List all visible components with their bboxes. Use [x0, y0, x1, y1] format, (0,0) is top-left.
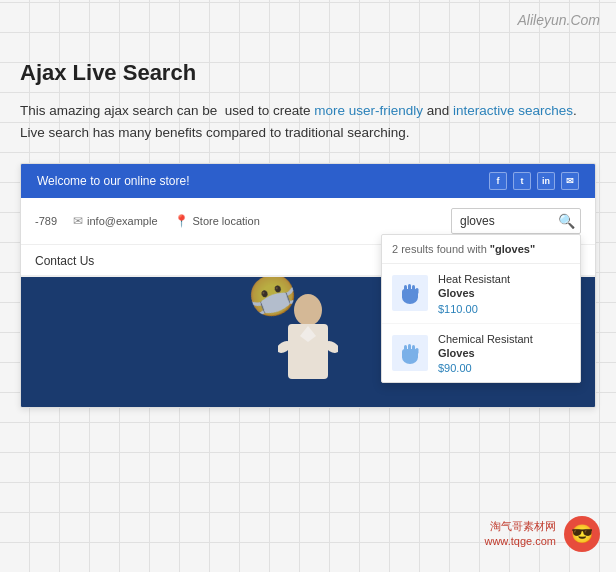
- watermark-top: Alileyun.Com: [518, 12, 600, 28]
- email-icon: ✉: [73, 214, 83, 228]
- result-image-2: [392, 335, 428, 371]
- result-info-2: Chemical Resistant Gloves $90.00: [438, 332, 533, 375]
- watermark-logo: 😎: [564, 516, 600, 552]
- product-name-1: Heat Resistant Gloves: [438, 272, 510, 301]
- result-info-1: Heat Resistant Gloves $110.00: [438, 272, 510, 315]
- svg-rect-5: [416, 288, 419, 294]
- search-query: "gloves": [490, 243, 535, 255]
- svg-rect-4: [412, 285, 415, 292]
- svg-rect-2: [404, 285, 407, 293]
- search-results-dropdown: 2 results found with "gloves": [381, 234, 581, 383]
- product-price-1: $110.00: [438, 303, 510, 315]
- watermark-site-name: 淘气哥素材网: [484, 519, 556, 534]
- email-info: ✉ info@example: [73, 214, 157, 228]
- page-description: This amazing ajax search can be used to …: [20, 100, 596, 143]
- svg-rect-8: [404, 345, 407, 353]
- demo-container: Welcome to our online store! f t in ✉ -7…: [20, 163, 596, 408]
- result-item-1[interactable]: Heat Resistant Gloves $110.00: [382, 264, 580, 324]
- results-header: 2 results found with "gloves": [382, 235, 580, 264]
- product-name-bold-1: Gloves: [438, 287, 475, 299]
- twitter-icon[interactable]: t: [513, 172, 531, 190]
- nav-contact-us[interactable]: Contact Us: [35, 254, 94, 268]
- page-wrapper: Alileyun.Com Ajax Live Search This amazi…: [0, 0, 616, 572]
- location-icon: 📍: [174, 214, 189, 228]
- glove-icon-1: [396, 279, 424, 307]
- store-topbar: Welcome to our online store! f t in ✉: [21, 164, 595, 198]
- linkedin-icon[interactable]: in: [537, 172, 555, 190]
- bottom-watermark: 淘气哥素材网 www.tqge.com 😎: [484, 516, 600, 552]
- location-info: 📍 Store location: [174, 214, 260, 228]
- mail-icon[interactable]: ✉: [561, 172, 579, 190]
- search-button[interactable]: 🔍: [558, 213, 575, 229]
- welcome-text: Welcome to our online store!: [37, 174, 190, 188]
- svg-rect-3: [408, 284, 411, 292]
- header-left: -789 ✉ info@example 📍 Store location: [35, 214, 441, 228]
- search-box: 🔍: [451, 208, 581, 234]
- watermark-text: 淘气哥素材网 www.tqge.com: [484, 519, 556, 550]
- svg-rect-11: [416, 348, 419, 354]
- social-icons: f t in ✉: [489, 172, 579, 190]
- email-text: info@example: [87, 215, 157, 227]
- location-text: Store location: [193, 215, 260, 227]
- watermark-url: www.tqge.com: [484, 534, 556, 549]
- result-image-1: [392, 275, 428, 311]
- hero-content: 😷: [278, 292, 338, 392]
- product-name-bold-2: Gloves: [438, 347, 475, 359]
- svg-rect-9: [408, 344, 411, 352]
- result-item-2[interactable]: Chemical Resistant Gloves $90.00: [382, 324, 580, 383]
- link-interactive[interactable]: interactive searches: [453, 103, 573, 118]
- product-price-2: $90.00: [438, 362, 533, 374]
- search-wrapper: 🔍 2 results found with "gloves": [451, 208, 581, 234]
- svg-rect-10: [412, 345, 415, 352]
- store-header: -789 ✉ info@example 📍 Store location 🔍: [21, 198, 595, 245]
- facebook-icon[interactable]: f: [489, 172, 507, 190]
- phone-number: -789: [35, 215, 57, 227]
- link-user-friendly[interactable]: more user-friendly: [314, 103, 423, 118]
- page-title: Ajax Live Search: [20, 60, 596, 86]
- glove-icon-2: [396, 339, 424, 367]
- product-name-2: Chemical Resistant Gloves: [438, 332, 533, 361]
